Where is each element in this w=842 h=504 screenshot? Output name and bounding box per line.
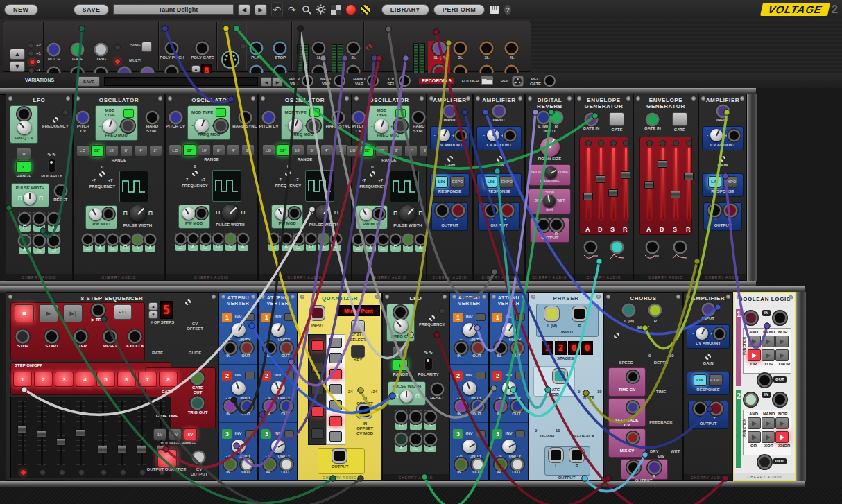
cv-amount-jack[interactable] (715, 329, 724, 338)
chorus-input-l-jack[interactable] (624, 305, 634, 315)
range-4-button[interactable]: 4' (227, 144, 240, 156)
seq-slider-7[interactable] (137, 401, 146, 465)
output-quantize-button[interactable] (157, 449, 177, 467)
step-button-6[interactable]: 6 (117, 372, 136, 387)
seq-stop-button[interactable]: ■ (15, 304, 34, 322)
amp-output-minus-jack[interactable] (710, 205, 720, 216)
pulse-width-knob[interactable] (399, 205, 416, 222)
range-5v-button[interactable]: 5V (184, 428, 197, 440)
freq-cv-jack[interactable] (19, 109, 29, 119)
pw-mod-jack[interactable] (290, 209, 299, 218)
att-out-jack[interactable] (242, 401, 252, 411)
step-button-2[interactable]: 2 (34, 372, 53, 387)
saw-out-jack[interactable]: ◿ (48, 234, 60, 254)
attenuverter-knob[interactable] (232, 381, 246, 395)
step-button-8[interactable]: 8 (159, 372, 178, 387)
frequency-knob[interactable] (285, 171, 291, 176)
att-in-jack[interactable] (225, 460, 235, 469)
range-lo-button[interactable]: LO (346, 145, 359, 157)
inv-button[interactable] (245, 430, 255, 437)
phaser-input-r-jack[interactable] (574, 309, 585, 319)
ramp-out-jack[interactable]: ◺ (33, 234, 45, 254)
seq-stop-jack[interactable] (17, 331, 28, 342)
variation-name-field[interactable] (104, 77, 258, 86)
main-3l-jack[interactable] (481, 43, 492, 53)
expo-button[interactable]: EXPO (499, 176, 514, 188)
inv-button[interactable] (476, 430, 486, 437)
freq-mod-jack[interactable] (123, 121, 133, 131)
feedback-cv-jack[interactable] (628, 403, 637, 412)
chorus-output-l-jack[interactable] (628, 462, 639, 473)
range-h-button[interactable]: H (16, 148, 31, 159)
triangle-out-jack[interactable]: ∧ (95, 234, 105, 252)
attenuverter-knob[interactable] (271, 381, 285, 395)
seq-slider-4[interactable] (76, 401, 85, 465)
step-button-3[interactable]: 3 (55, 372, 74, 387)
next-patch-button[interactable]: ▶ (255, 4, 267, 15)
prev-var-jack[interactable] (303, 76, 312, 85)
zoom-icon[interactable] (301, 3, 311, 17)
att-in-jack[interactable] (496, 343, 506, 353)
and-button[interactable] (748, 336, 761, 347)
cv-amount-knob[interactable] (438, 129, 450, 141)
key-button-c[interactable] (329, 338, 342, 348)
undo-icon[interactable]: ↶ (271, 2, 283, 17)
reset-jack[interactable] (432, 384, 443, 394)
step-button-1[interactable]: 1 (13, 372, 32, 387)
inv-button[interactable] (245, 313, 255, 321)
folder-icon[interactable] (480, 76, 494, 89)
bool2-in-b-jack[interactable] (775, 394, 785, 405)
speed-knob[interactable] (614, 333, 619, 338)
env-inv-output-jack[interactable] (647, 242, 658, 252)
range-lo-button[interactable]: LO (76, 145, 89, 157)
range-4-button[interactable]: 4' (320, 144, 334, 156)
scale-select-button[interactable] (351, 320, 365, 333)
frequency-knob[interactable] (99, 171, 105, 177)
step-button-7[interactable]: 7 (138, 372, 157, 387)
cv-amount-jack[interactable] (456, 131, 465, 140)
reverb-input-r-jack[interactable] (551, 112, 562, 123)
pw-mod-jack[interactable] (104, 209, 113, 218)
range-16-button[interactable]: 16' (375, 145, 388, 157)
in-2l-jack[interactable] (348, 43, 359, 53)
bool2-out-jack[interactable] (759, 457, 770, 467)
range-8-button[interactable]: 8' (212, 144, 225, 156)
pw-mod-knob[interactable] (89, 208, 102, 220)
att-in-jack[interactable] (265, 401, 275, 411)
range-32-button[interactable]: 32' (277, 144, 290, 156)
record-indicator-icon[interactable] (345, 3, 356, 17)
step-button-5[interactable]: 5 (96, 372, 115, 387)
damping-knob[interactable] (544, 166, 557, 179)
prev-patch-button[interactable]: ◀ (238, 4, 250, 15)
gate-in-jack[interactable] (647, 114, 658, 125)
range-2-button[interactable]: 2' (149, 145, 162, 157)
att-in-jack[interactable] (456, 343, 466, 353)
attack-slider[interactable] (645, 148, 653, 219)
att-out-jack[interactable] (242, 343, 252, 353)
pw-mod-knob[interactable] (360, 208, 372, 220)
amp-input-jack[interactable] (718, 106, 728, 116)
cv-amount-knob[interactable] (487, 129, 499, 141)
inv-button[interactable] (515, 313, 525, 321)
att-out-jack[interactable] (282, 401, 291, 411)
range-8-button[interactable]: 8' (390, 145, 403, 157)
variation-next-button[interactable]: ▶ (272, 77, 283, 87)
main-4l-jack[interactable] (506, 43, 517, 53)
range-l-button[interactable]: L (16, 161, 31, 173)
gate-button[interactable] (672, 112, 687, 126)
cv-amount-jack[interactable] (730, 131, 739, 140)
lin-button[interactable]: LIN (708, 176, 721, 188)
key-button-e[interactable] (329, 369, 342, 379)
mod-type-led-button[interactable] (395, 109, 406, 118)
attenuverter-knob[interactable] (502, 440, 516, 453)
in-1l-jack[interactable] (313, 43, 324, 53)
att-out-jack[interactable] (473, 460, 483, 469)
pulse-width-knob[interactable] (316, 205, 332, 221)
triangle-out-jack[interactable]: ∧ (395, 433, 407, 452)
att-out-jack[interactable] (242, 460, 252, 469)
ramp-out-jack[interactable]: ◺ (378, 234, 388, 252)
release-slider[interactable] (685, 148, 693, 219)
poly-gate-jack[interactable] (197, 43, 207, 53)
noise-out-jack[interactable]: ∧ (331, 233, 341, 251)
reverb-output-l-jack[interactable] (538, 220, 549, 230)
